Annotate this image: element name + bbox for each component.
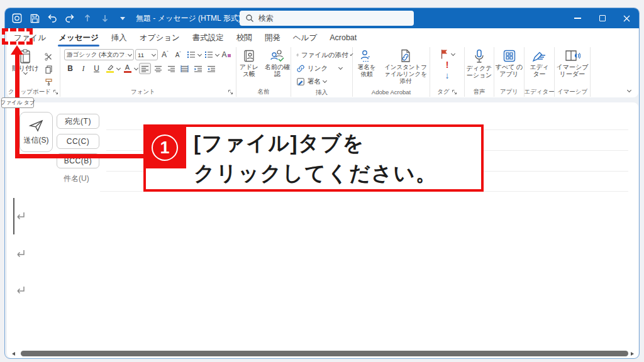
copy-icon[interactable] [43,63,55,75]
chevron-down-icon [128,52,132,56]
title-bar: 無題 - メッセージ (HTML 形式) 検索 [5,8,639,28]
align-left-button[interactable] [139,63,151,74]
group-tags: ! ↓ タグ [430,47,465,97]
tab-format[interactable]: 書式設定 [186,28,230,47]
low-importance-button[interactable]: ↓ [445,70,450,80]
address-book-icon [242,49,256,63]
align-center-button[interactable] [152,63,164,74]
distribute-button[interactable] [179,63,191,74]
instruction-line-1: [ファイル]タブを [194,129,365,157]
close-button[interactable] [614,8,639,28]
all-apps-button[interactable]: すべて のアプリ [496,49,523,87]
move-down-icon[interactable] [98,11,112,25]
highlight-color-button[interactable] [104,63,116,74]
search-icon [245,14,254,23]
minimize-button[interactable] [565,8,590,28]
group-editor: エディター エディター [525,47,555,97]
font-size-combobox[interactable]: 11 [135,49,158,60]
high-importance-button[interactable]: ! [446,60,449,70]
link-button[interactable]: リンク [296,62,352,75]
cut-icon[interactable] [43,51,55,62]
to-button[interactable]: 宛先(T) [57,114,99,129]
follow-up-flag-button[interactable] [440,49,455,59]
align-right-button[interactable] [165,63,177,74]
instruction-line-2: クリックしてください。 [194,160,437,187]
bold-button[interactable]: B [64,63,76,74]
attach-file-button[interactable]: ファイルの添付 [296,48,352,62]
red-arrow-head [11,45,23,55]
red-arrow-horizontal-line [15,154,145,158]
tab-developer[interactable]: 開発 [258,28,287,47]
tab-options[interactable]: オプション [133,28,186,47]
check-names-icon [270,49,285,63]
paragraph-mark-icon [14,211,26,221]
clear-formatting-icon[interactable]: A [220,49,232,60]
chevron-down-icon[interactable] [116,65,121,70]
instruction-callout: 1 [ファイル]タブを クリックしてください。 [143,124,484,192]
tab-message[interactable]: メッセージ [52,28,105,47]
paragraph-mark-icon [14,249,26,259]
address-book-button[interactable]: アドレス帳 [236,49,262,87]
chevron-down-icon [338,65,343,70]
apps-grid-icon [502,49,516,63]
collapse-ribbon-icon[interactable] [627,88,631,92]
flag-icon [440,49,448,59]
maximize-button[interactable] [590,8,614,28]
dialog-launcher-icon[interactable] [53,89,58,95]
group-label-names: 名前 [258,88,270,96]
tab-help[interactable]: ヘルプ [287,28,323,47]
font-color-button[interactable]: A [121,63,133,74]
signature-button[interactable]: 署名 [296,75,352,88]
group-label-immersive: イマーシブ [557,88,587,96]
bullets-icon[interactable] [186,49,197,60]
chevron-down-icon [323,79,327,83]
numbering-icon[interactable] [203,49,214,60]
save-icon[interactable] [28,11,42,25]
instant-file-link-button[interactable]: インスタントファイルリンクを添付 [384,49,428,87]
tab-acrobat[interactable]: Acrobat [323,28,363,47]
tab-insert[interactable]: 挿入 [105,28,133,47]
shrink-font-icon[interactable]: Aˇ [172,49,184,60]
tab-review[interactable]: 校閲 [230,28,258,47]
format-painter-icon[interactable] [43,76,55,87]
paragraph-mark-icon [14,285,26,295]
group-label-font: フォント [60,88,226,96]
chevron-down-icon[interactable] [197,52,202,56]
decrease-indent-icon[interactable] [192,63,204,74]
dialog-launcher-icon[interactable] [452,89,457,95]
undo-icon[interactable] [45,11,59,25]
italic-button[interactable]: I [77,63,89,74]
immersive-reader-button[interactable]: イマーシブリーダー [556,49,589,87]
check-names-button[interactable]: 名前の確認 [264,49,291,87]
group-names: アドレス帳 名前の確認 名前 [236,47,291,97]
group-font: 游ゴシック (本文のフォ 11 Aˆ Aˇ A [60,47,236,97]
file-tab-tooltip: ファイル タブ [1,97,34,108]
search-input[interactable]: 検索 [240,11,414,26]
scrollbar-thumb[interactable] [21,351,628,356]
request-signatures-button[interactable]: 署名を依頼 [355,49,379,87]
dialog-launcher-icon[interactable] [228,89,233,95]
editor-button[interactable]: エディター [528,49,551,87]
redo-icon[interactable] [63,11,77,25]
move-up-icon[interactable] [80,11,94,25]
group-label-adobe-acrobat: Adobe Acrobat [372,89,411,96]
search-placeholder: 検索 [258,13,274,24]
cc-button[interactable]: CC(C) [57,134,99,149]
horizontal-scrollbar[interactable] [11,349,635,358]
grow-font-icon[interactable]: Aˆ [159,49,171,60]
group-apps: すべて のアプリ アプリ [494,47,525,97]
immersive-reader-icon [564,49,580,63]
underline-button[interactable]: U [91,63,103,74]
step-number-badge: 1 [152,134,178,161]
group-label-apps: アプリ [500,88,518,96]
font-name-combobox[interactable]: 游ゴシック (本文のフォ [64,49,134,60]
increase-indent-icon[interactable] [205,63,217,74]
send-button[interactable]: 送信(S) [19,112,53,152]
scroll-left-icon[interactable] [12,352,15,356]
editor-pen-icon [532,49,547,63]
chevron-down-icon[interactable] [215,52,219,56]
customize-qat-icon[interactable] [116,11,130,25]
scroll-right-icon[interactable] [631,352,634,356]
dictate-button[interactable]: ディクテーション [465,49,493,87]
chevron-down-icon[interactable] [134,65,138,70]
